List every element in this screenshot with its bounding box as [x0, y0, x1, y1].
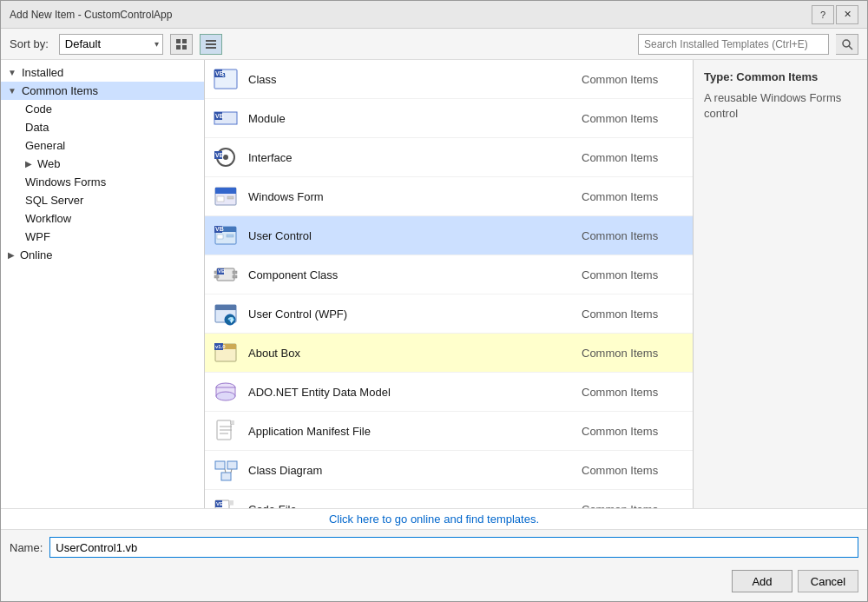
code-file-icon: VB: [212, 495, 240, 508]
common-items-arrow: ▼: [8, 86, 16, 96]
svg-point-17: [223, 155, 228, 160]
list-item-user-control[interactable]: VB User Control Common Items: [205, 216, 693, 255]
svg-rect-0: [176, 39, 181, 43]
user-control-category: Common Items: [582, 229, 686, 242]
list-item-user-control-wpf[interactable]: 💎 User Control (WPF) Common Items: [205, 294, 693, 334]
list-item-adonet[interactable]: ADO.NET Entity Data Model Common Items: [205, 373, 693, 412]
list-item-manifest[interactable]: Application Manifest File Common Items: [205, 412, 693, 451]
svg-rect-26: [217, 235, 223, 239]
class-category: Common Items: [582, 73, 686, 86]
list-item-class[interactable]: VB VB Class Common Items: [205, 60, 693, 99]
manifest-name: Application Manifest File: [248, 425, 573, 438]
cancel-button[interactable]: Cancel: [798, 570, 858, 592]
sidebar-item-data[interactable]: Data: [1, 118, 204, 136]
sidebar-item-common-items[interactable]: ▼ Common Items: [1, 82, 204, 100]
module-category: Common Items: [582, 112, 686, 125]
toolbar: Sort by: Default Name Type: [1, 29, 867, 60]
svg-rect-3: [182, 45, 187, 50]
user-control-wpf-category: Common Items: [582, 308, 686, 321]
svg-rect-54: [215, 461, 225, 469]
svg-rect-38: [215, 305, 236, 310]
workflow-label: Workflow: [25, 212, 71, 225]
svg-text:VB: VB: [216, 501, 224, 506]
sort-wrapper: Default Name Type: [59, 34, 163, 55]
svg-rect-56: [221, 473, 231, 480]
item-list: VB VB Class Common Items VB Modu: [205, 60, 694, 508]
online-arrow: ▶: [8, 250, 15, 260]
svg-text:VB: VB: [215, 226, 224, 232]
user-control-wpf-icon: 💎: [212, 300, 240, 327]
list-item-component-class[interactable]: VB Component Class Common Items: [205, 255, 693, 294]
sidebar-item-installed[interactable]: ▼ Installed: [1, 63, 204, 82]
list-item-code-file[interactable]: VB Code File Common Items: [205, 490, 693, 508]
list-item-class-diagram[interactable]: Class Diagram Common Items: [205, 451, 693, 490]
name-input[interactable]: [49, 537, 858, 558]
svg-rect-21: [215, 188, 236, 194]
svg-text:VB: VB: [215, 113, 224, 119]
sidebar-item-windows-forms[interactable]: Windows Forms: [1, 173, 204, 191]
list-item-windows-form[interactable]: Windows Form Common Items: [205, 177, 693, 216]
user-control-icon: VB: [212, 222, 240, 249]
svg-text:VB: VB: [215, 70, 224, 76]
user-control-wpf-name: User Control (WPF): [248, 308, 573, 321]
svg-rect-4: [206, 40, 216, 42]
common-items-label: Common Items: [22, 84, 98, 97]
svg-text:VB: VB: [218, 268, 226, 274]
svg-rect-34: [233, 275, 237, 278]
list-item-module[interactable]: VB Module Common Items: [205, 99, 693, 138]
class-diagram-category: Common Items: [582, 464, 686, 477]
interface-icon: VB: [212, 143, 240, 171]
sidebar-item-general[interactable]: General: [1, 136, 204, 155]
right-panel: Type: Common Items A reusable Windows Fo…: [694, 60, 867, 508]
sidebar-item-online[interactable]: ▶ Online: [1, 246, 204, 264]
sidebar-item-code[interactable]: Code: [1, 100, 204, 118]
list-view-button[interactable]: [200, 34, 222, 55]
svg-rect-50: [231, 420, 234, 424]
class-name: Class: [248, 73, 573, 86]
sidebar-item-web[interactable]: ▶ Web: [1, 155, 204, 173]
name-row: Name:: [1, 530, 867, 565]
sidebar-item-sql-server[interactable]: SQL Server: [1, 191, 204, 209]
sql-server-label: SQL Server: [25, 194, 83, 207]
svg-point-47: [216, 392, 235, 400]
sidebar-item-workflow[interactable]: Workflow: [1, 209, 204, 228]
online-link[interactable]: Click here to go online and find templat…: [329, 513, 539, 526]
online-link-bar: Click here to go online and find templat…: [1, 508, 867, 530]
class-diagram-icon: [212, 456, 240, 484]
sidebar: ▼ Installed ▼ Common Items Code Data Gen…: [1, 60, 205, 508]
about-box-name: About Box: [248, 347, 573, 360]
adonet-category: Common Items: [582, 386, 686, 399]
type-description: A reusable Windows Forms control: [704, 90, 857, 122]
svg-rect-33: [233, 271, 237, 274]
list-icon: [205, 38, 217, 50]
title-bar: Add New Item - CustomControlApp ? ✕: [1, 1, 867, 29]
list-item-interface[interactable]: VB Interface Common Items: [205, 138, 693, 177]
type-prefix: Type:: [704, 70, 733, 83]
sidebar-item-wpf[interactable]: WPF: [1, 228, 204, 246]
search-button[interactable]: [836, 34, 858, 55]
windows-form-name: Windows Form: [248, 190, 573, 203]
class-icon: VB VB: [212, 65, 240, 93]
component-class-category: Common Items: [582, 268, 686, 281]
svg-rect-23: [227, 196, 233, 199]
windows-form-category: Common Items: [582, 190, 686, 203]
add-button[interactable]: Add: [732, 570, 792, 592]
svg-line-58: [231, 469, 232, 473]
search-input[interactable]: [638, 34, 829, 55]
type-value: Common Items: [736, 70, 818, 83]
installed-arrow: ▼: [8, 68, 16, 77]
svg-rect-5: [206, 43, 216, 45]
class-diagram-name: Class Diagram: [248, 464, 573, 477]
web-arrow: ▶: [25, 159, 32, 169]
sort-select[interactable]: Default Name Type: [59, 34, 163, 55]
list-item-about-box[interactable]: v1.0 About Box Common Items: [205, 334, 693, 373]
grid-view-button[interactable]: [170, 34, 193, 55]
close-button[interactable]: ✕: [836, 5, 858, 24]
windows-forms-label: Windows Forms: [25, 175, 106, 189]
component-class-name: Component Class: [248, 268, 573, 281]
help-button[interactable]: ?: [812, 5, 834, 24]
about-box-category: Common Items: [582, 347, 686, 360]
svg-rect-6: [206, 47, 216, 49]
svg-rect-2: [176, 45, 181, 50]
code-label: Code: [25, 103, 52, 116]
